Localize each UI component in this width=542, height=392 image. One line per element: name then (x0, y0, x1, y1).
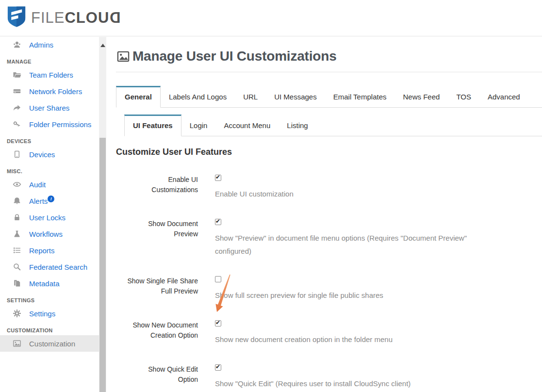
sidebar-item-label: Alerts (29, 197, 48, 205)
settings-form: Enable UICustomizationsEnable UI customi… (116, 175, 542, 390)
main-content: Manage User UI Customizations GeneralLab… (106, 36, 542, 392)
sidebar-item-label: Customization (29, 340, 75, 348)
admins-icon (13, 40, 21, 49)
setting-help-text: Show new document creation option in the… (215, 333, 393, 346)
sidebar-item-label: Network Folders (29, 87, 82, 96)
sidebar-item-label: Team Folders (29, 71, 73, 79)
network-folders-icon (13, 87, 21, 96)
tab-email-templates[interactable]: Email Templates (325, 86, 395, 107)
sidebar-item-customization[interactable]: Customization (0, 335, 99, 352)
brand-name: FILECLOUD (31, 9, 121, 27)
user-locks-icon (13, 213, 21, 222)
sidebar-scrollbar[interactable] (99, 37, 106, 392)
sidebar-section-customization: CUSTOMIZATION (0, 322, 99, 335)
sidebar-section-misc: MISC. (0, 163, 99, 176)
metadata-icon (13, 279, 21, 288)
checkbox-show-document-preview[interactable] (215, 219, 221, 225)
sidebar-item-label: User Shares (29, 104, 69, 112)
subtab-account-menu[interactable]: Account Menu (215, 115, 279, 136)
setting-row-show-document-preview: Show DocumentPreviewShow "Preview" in do… (116, 219, 542, 258)
sidebar-item-label: Workflows (29, 230, 63, 238)
sidebar-item-reports[interactable]: Reports (0, 242, 99, 259)
setting-label: Show Single File ShareFull Preview (116, 276, 198, 302)
sidebar-item-federated-search[interactable]: Federated Search (0, 259, 99, 275)
sidebar-item-alerts[interactable]: Alerts! (0, 193, 99, 209)
user-shares-icon (13, 103, 21, 112)
settings-icon (13, 309, 21, 318)
sidebar-section-devices: DEVICES (0, 132, 99, 146)
tab-labels-and-logos[interactable]: Labels And Logos (161, 86, 235, 107)
audit-icon (13, 180, 21, 189)
customization-icon (13, 339, 21, 348)
page-title: Manage User UI Customizations (132, 49, 337, 64)
sidebar-item-workflows[interactable]: Workflows (0, 226, 99, 242)
checkbox-enable-ui-customizations[interactable] (215, 175, 221, 181)
title-divider (116, 72, 542, 72)
sidebar-item-label: User Locks (29, 213, 66, 222)
tab-url[interactable]: URL (235, 86, 266, 107)
sidebar-item-metadata[interactable]: Metadata (0, 275, 99, 292)
setting-label: Show Quick EditOption (116, 364, 198, 390)
sidebar-item-network-folders[interactable]: Network Folders (0, 83, 99, 99)
setting-row-show-new-document-creation-option: Show New DocumentCreation OptionShow new… (116, 320, 542, 346)
setting-label: Show DocumentPreview (116, 219, 198, 258)
section-heading: Customize User UI Features (116, 147, 542, 157)
setting-label: Enable UICustomizations (116, 175, 198, 200)
subtab-bar: UI FeaturesLoginAccount MenuListing (124, 114, 542, 136)
subtab-login[interactable]: Login (181, 115, 216, 136)
sidebar-item-label: Audit (29, 180, 46, 189)
sidebar-item-label: Settings (29, 310, 55, 318)
reports-icon (13, 246, 21, 255)
checkbox-show-new-document-creation-option[interactable] (215, 320, 221, 327)
alerts-badge: ! (48, 196, 54, 202)
scrollbar-up-arrow-icon[interactable] (100, 44, 105, 47)
image-icon (116, 50, 131, 63)
sidebar-section-manage: MANAGE (0, 53, 99, 66)
sidebar-item-settings[interactable]: Settings (0, 305, 99, 322)
devices-icon (13, 150, 21, 159)
sidebar-section-settings: SETTINGS (0, 292, 99, 305)
subtab-ui-features[interactable]: UI Features (124, 114, 181, 136)
sidebar-item-label: Metadata (29, 279, 60, 288)
sidebar-item-label: Federated Search (29, 263, 87, 271)
sidebar-nav: AdminsMANAGETeam FoldersNetwork FoldersU… (0, 36, 99, 392)
alerts-icon (13, 196, 21, 205)
sidebar-item-user-shares[interactable]: User Shares (0, 99, 99, 116)
sidebar-item-label: Devices (29, 150, 55, 159)
federated-search-icon (13, 262, 21, 271)
checkbox-show-single-file-share-full-preview[interactable] (215, 276, 221, 282)
tab-advanced[interactable]: Advanced (479, 86, 528, 107)
setting-row-show-single-file-share-full-preview: Show Single File ShareFull PreviewShow f… (116, 276, 542, 302)
filecloud-logo[interactable]: FILECLOUD (7, 5, 121, 30)
sidebar-item-label: Folder Permissions (29, 120, 91, 129)
tab-bar: GeneralLabels And LogosURLUI MessagesEma… (116, 86, 542, 108)
tab-news-feed[interactable]: News Feed (395, 86, 448, 107)
tab-general[interactable]: General (116, 86, 161, 108)
sidebar-item-label: Reports (29, 246, 55, 255)
sidebar-item-admins[interactable]: Admins (0, 36, 99, 53)
setting-row-show-quick-edit-option: Show Quick EditOptionShow "Quick Edit" (… (116, 364, 542, 390)
filecloud-shield-icon (7, 5, 26, 30)
folder-permissions-icon (13, 120, 21, 129)
sidebar-item-audit[interactable]: Audit (0, 176, 99, 193)
sidebar-scrollbar-thumb[interactable] (99, 138, 106, 392)
setting-help-text: Show full screen preview for single file… (215, 289, 383, 302)
top-header: FILECLOUD (0, 0, 542, 36)
sidebar-item-team-folders[interactable]: Team Folders (0, 66, 99, 83)
sidebar-item-devices[interactable]: Devices (0, 146, 99, 163)
sidebar-item-label: Admins (29, 41, 53, 49)
setting-label: Show New DocumentCreation Option (116, 320, 198, 346)
sidebar-item-user-locks[interactable]: User Locks (0, 209, 99, 226)
tab-ui-messages[interactable]: UI Messages (266, 86, 325, 107)
team-folders-icon (13, 70, 21, 79)
checkbox-show-quick-edit-option[interactable] (215, 364, 221, 371)
setting-help-text: Show "Quick Edit" (Requires user to inst… (215, 377, 411, 390)
workflows-icon (13, 229, 21, 238)
setting-help-text: Enable UI customization (215, 187, 294, 200)
setting-row-enable-ui-customizations: Enable UICustomizationsEnable UI customi… (116, 175, 542, 200)
sidebar-item-folder-permissions[interactable]: Folder Permissions (0, 116, 99, 132)
tab-tos[interactable]: TOS (448, 86, 479, 107)
setting-help-text: Show "Preview" in document file menu opt… (215, 231, 477, 258)
subtab-listing[interactable]: Listing (279, 115, 316, 136)
